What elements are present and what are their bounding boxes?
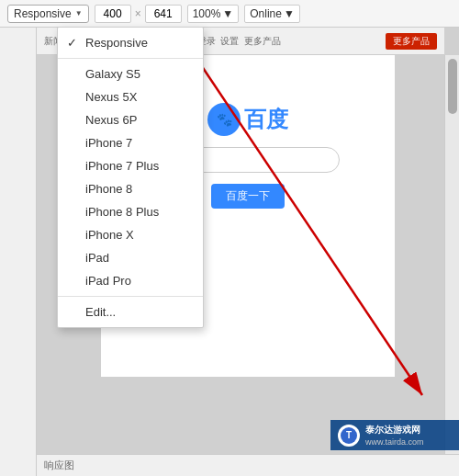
zoom-dropdown-button[interactable]: 100% ▼ — [187, 5, 240, 23]
menu-item-label: Responsive — [85, 36, 148, 50]
menu-item-label: iPhone 8 Plus — [85, 205, 159, 219]
zoom-arrow: ▼ — [222, 7, 233, 20]
menu-item-edit[interactable]: Edit... — [58, 300, 203, 323]
bottom-status-bar: 响应图 — [37, 454, 459, 476]
menu-item-label: iPhone 7 — [85, 136, 132, 150]
menu-item-label: Edit... — [85, 305, 116, 319]
menu-item-ipad[interactable]: iPad — [58, 246, 203, 269]
menu-item-label: Nexus 5X — [85, 90, 137, 104]
dimension-inputs: × — [95, 5, 182, 23]
baidu-product-btn[interactable]: 更多产品 — [386, 33, 437, 50]
menu-item-iphone-7-plus[interactable]: iPhone 7 Plus — [58, 154, 203, 177]
menu-item-nexus-6p[interactable]: Nexus 6P — [58, 108, 203, 131]
online-label: Online — [250, 7, 282, 20]
responsive-dropdown-arrow: ▼ — [75, 9, 83, 17]
baidu-text: 百度 — [244, 105, 288, 134]
watermark-logo-inner: T — [341, 427, 357, 444]
watermark-logo-letter: T — [346, 430, 352, 440]
online-arrow: ▼ — [284, 7, 295, 20]
checkmark-icon: ✓ — [67, 36, 80, 50]
watermark-site-name: 泰尔达游戏网 — [365, 424, 424, 436]
menu-item-label: Nexus 6P — [85, 113, 137, 127]
menu-item-nexus-5x[interactable]: Nexus 5X — [58, 85, 203, 108]
menu-item-ipad-pro[interactable]: iPad Pro — [58, 269, 203, 292]
responsive-dropdown-button[interactable]: Responsive ▼ — [7, 5, 89, 23]
scrollbar-thumb[interactable] — [448, 59, 457, 114]
left-sidebar — [0, 28, 37, 476]
menu-item-label: iPhone 7 Plus — [85, 159, 159, 173]
menu-item-label: iPad Pro — [85, 274, 131, 288]
bottom-label: 响应图 — [44, 459, 74, 472]
menu-item-label: iPhone X — [85, 228, 134, 242]
devtools-toolbar: Responsive ▼ × 100% ▼ Online ▼ ✓ Respons… — [0, 0, 459, 28]
dimension-separator: × — [135, 7, 141, 20]
menu-item-iphone-x[interactable]: iPhone X — [58, 223, 203, 246]
baidu-paw-icon: 🐾 — [207, 103, 241, 136]
menu-separator-1 — [58, 58, 203, 59]
watermark-badge: T 泰尔达游戏网 www.tairda.com — [330, 420, 459, 450]
menu-item-iphone-8[interactable]: iPhone 8 — [58, 177, 203, 200]
watermark-logo-icon: T — [338, 425, 360, 447]
device-dropdown-menu: ✓ Responsive Galaxy S5 Nexus 5X Nexus 6P… — [57, 27, 204, 328]
menu-item-label: iPad — [85, 251, 109, 265]
height-input[interactable] — [145, 5, 182, 23]
online-dropdown-button[interactable]: Online ▼ — [244, 5, 300, 23]
zoom-label: 100% — [193, 7, 221, 20]
watermark-site-url: www.tairda.com — [365, 437, 424, 447]
baidu-logo: 🐾 百度 — [207, 103, 288, 136]
menu-separator-2 — [58, 296, 203, 297]
menu-item-label: Galaxy S5 — [85, 67, 140, 81]
responsive-label: Responsive — [14, 7, 72, 20]
menu-item-responsive[interactable]: ✓ Responsive — [58, 31, 203, 54]
baidu-search-button[interactable]: 百度一下 — [211, 184, 285, 209]
menu-item-label: iPhone 8 — [85, 182, 132, 196]
watermark-text-block: 泰尔达游戏网 www.tairda.com — [365, 424, 424, 447]
menu-item-iphone-7[interactable]: iPhone 7 — [58, 131, 203, 154]
menu-item-galaxy-s5[interactable]: Galaxy S5 — [58, 62, 203, 85]
menu-item-iphone-8-plus[interactable]: iPhone 8 Plus — [58, 200, 203, 223]
vertical-scrollbar[interactable] — [444, 55, 459, 454]
width-input[interactable] — [95, 5, 131, 23]
